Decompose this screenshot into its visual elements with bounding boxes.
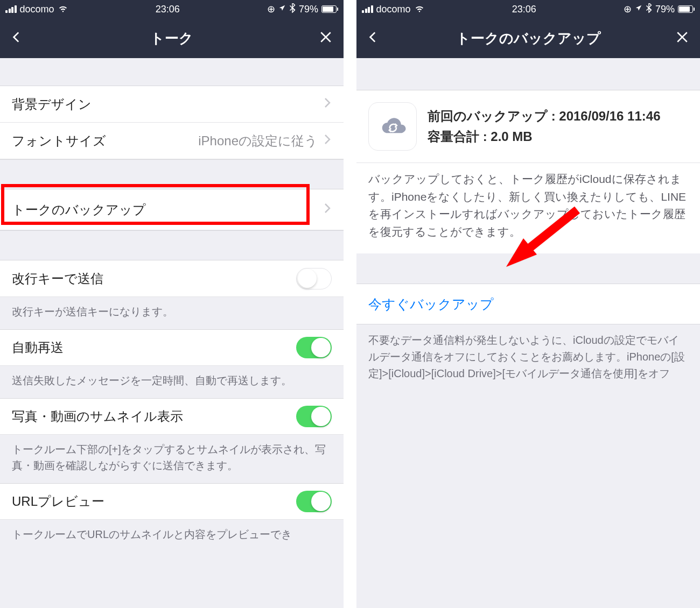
chevron-right-icon — [323, 202, 332, 218]
wifi-icon — [58, 3, 68, 16]
screen-talk-settings: docomo 23:06 ⊕ 79% トーク — [0, 0, 344, 608]
row-auto-resend[interactable]: 自動再送 — [0, 329, 344, 366]
nav-bar: トークのバックアップ — [356, 18, 700, 58]
last-backup-label: 前回のバックアップ : 2016/09/16 11:46 — [428, 108, 661, 125]
battery-icon — [321, 5, 338, 13]
status-bar: docomo 23:06 ⊕ 79% — [356, 0, 700, 18]
row-footer-auto-resend: 送信失敗したメッセージを一定時間、自動で再送します。 — [0, 366, 344, 398]
chevron-right-icon — [323, 133, 332, 149]
status-time: 23:06 — [156, 4, 180, 15]
backup-status-card: 前回のバックアップ : 2016/09/16 11:46 容量合計 : 2.0 … — [356, 90, 700, 163]
signal-icon — [362, 5, 373, 13]
battery-icon — [678, 5, 695, 13]
row-label: 背景デザイン — [12, 96, 92, 113]
row-label: 改行キーで送信 — [12, 270, 103, 287]
status-bar: docomo 23:06 ⊕ 79% — [0, 0, 344, 18]
row-enter-send[interactable]: 改行キーで送信 — [0, 260, 344, 297]
row-label: トークのバックアップ — [12, 201, 146, 218]
nav-title: トーク — [0, 29, 344, 48]
row-footer-thumbnail: トークルーム下部の[+]をタップするとサムネイルが表示され、写真・動画を確認しな… — [0, 435, 344, 483]
row-font-size[interactable]: フォントサイズ iPhoneの設定に従う — [0, 123, 344, 159]
section-spacer — [356, 58, 700, 90]
close-button[interactable] — [674, 29, 690, 47]
carrier-label: docomo — [376, 4, 411, 15]
row-value: iPhoneの設定に従う — [198, 132, 318, 150]
row-background-design[interactable]: 背景デザイン — [0, 86, 344, 123]
signal-icon — [5, 5, 17, 13]
orientation-lock-icon: ⊕ — [267, 3, 275, 15]
location-icon — [278, 3, 286, 15]
toggle-url-preview[interactable] — [296, 491, 332, 512]
toggle-enter-send[interactable] — [296, 268, 332, 289]
section-spacer — [0, 159, 344, 189]
carrier-label: docomo — [20, 4, 54, 15]
battery-percent: 79% — [299, 4, 318, 15]
close-button[interactable] — [318, 29, 334, 47]
row-label: 写真・動画のサムネイル表示 — [12, 408, 183, 425]
row-label: URLプレビュー — [12, 493, 104, 510]
section-spacer — [0, 58, 344, 86]
back-button[interactable] — [10, 30, 24, 46]
toggle-auto-resend[interactable] — [296, 337, 332, 358]
row-thumbnail[interactable]: 写真・動画のサムネイル表示 — [0, 398, 344, 435]
section-spacer — [356, 253, 700, 284]
back-button[interactable] — [366, 30, 380, 46]
bluetooth-icon — [289, 3, 296, 16]
backup-size-label: 容量合計 : 2.0 MB — [428, 128, 661, 145]
backup-warning: 不要なデータ通信料が発生しないように、iCloudの設定でモバイルデータ通信をオ… — [356, 324, 700, 390]
row-label: 自動再送 — [12, 339, 64, 356]
row-footer-url-preview: トークルームでURLのサムネイルと内容をプレビューでき — [0, 520, 344, 552]
nav-title: トークのバックアップ — [356, 29, 700, 48]
backup-now-label: 今すぐバックアップ — [368, 295, 494, 313]
location-icon — [635, 3, 642, 15]
orientation-lock-icon: ⊕ — [624, 3, 632, 15]
wifi-icon — [414, 3, 425, 16]
backup-description: バックアップしておくと、トーク履歴がiCloudに保存されます。iPhoneをな… — [356, 163, 700, 253]
row-talk-backup[interactable]: トークのバックアップ — [0, 189, 344, 230]
row-footer-enter-send: 改行キーが送信キーになります。 — [0, 297, 344, 329]
battery-percent: 79% — [655, 4, 675, 15]
row-url-preview[interactable]: URLプレビュー — [0, 483, 344, 520]
row-backup-now[interactable]: 今すぐバックアップ — [356, 284, 700, 324]
nav-bar: トーク — [0, 18, 344, 58]
section-spacer — [0, 230, 344, 260]
chevron-right-icon — [323, 96, 332, 112]
toggle-thumbnail[interactable] — [296, 406, 332, 427]
cloud-sync-icon — [368, 102, 417, 151]
status-time: 23:06 — [512, 4, 536, 15]
row-label: フォントサイズ — [12, 132, 106, 150]
screen-talk-backup: docomo 23:06 ⊕ 79% トークのバックアップ — [356, 0, 700, 608]
bluetooth-icon — [646, 3, 652, 16]
